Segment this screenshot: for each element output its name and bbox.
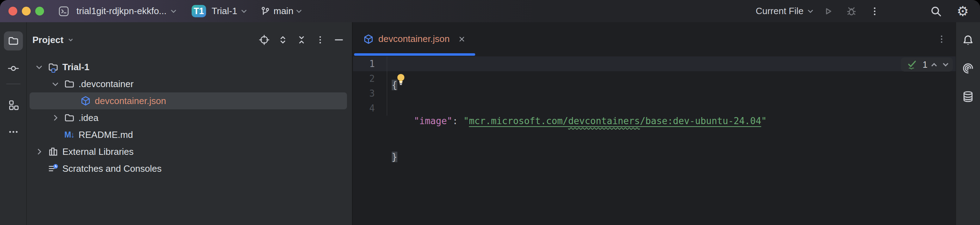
more-toolwindows-button[interactable]: [4, 122, 23, 141]
tab-label: devcontainer.json: [378, 34, 450, 45]
tree-row-readme[interactable]: M↓ README.md: [27, 126, 352, 143]
line-number: 3: [353, 86, 375, 101]
run-configuration-selector[interactable]: Current File: [756, 6, 811, 17]
search-everywhere-button[interactable]: [928, 3, 944, 19]
structure-toolwindow-button[interactable]: [4, 96, 23, 115]
tree-row-idea-folder[interactable]: .idea: [27, 109, 352, 126]
tree-item-label: .idea: [78, 113, 98, 123]
editor-surface[interactable]: 1 2 3 4 { "image": "mcr.microsoft.com/de…: [353, 56, 956, 225]
search-icon: [930, 5, 942, 17]
stripe-divider: [6, 84, 21, 84]
kebab-menu-icon: [937, 34, 947, 44]
commit-icon: [8, 63, 19, 74]
tree-row-external-libraries[interactable]: External Libraries: [27, 143, 352, 160]
workspace-name: Trial-1: [212, 6, 237, 17]
branch-name: main: [274, 6, 293, 17]
intention-lightbulb-icon[interactable]: [395, 73, 407, 86]
run-button[interactable]: [820, 3, 836, 19]
code-line-2: "image": "mcr.microsoft.com/devcontainer…: [388, 113, 956, 128]
ai-assistant-button[interactable]: [959, 59, 978, 78]
run-configuration-label: Current File: [756, 6, 803, 17]
ide-window: trial1git-rdjkpn-ekkfo... T1 Trial-1 mai…: [0, 0, 980, 225]
project-toolwindow-button[interactable]: [4, 31, 23, 50]
tree-item-label: Scratches and Consoles: [62, 163, 162, 174]
code-area: { "image": "mcr.microsoft.com/devcontain…: [388, 56, 956, 222]
database-icon: [962, 91, 974, 103]
url-typo-segment: devcontainers: [568, 116, 640, 126]
tree-row-devcontainer-folder[interactable]: .devcontainer: [27, 75, 352, 93]
folder-icon: [8, 35, 19, 46]
problem-count: 1: [923, 60, 928, 70]
chevron-down-icon[interactable]: [52, 80, 59, 86]
tab-devcontainer-json[interactable]: devcontainer.json: [354, 22, 475, 56]
code-line-3: }: [388, 150, 956, 164]
folder-icon: [64, 79, 75, 89]
gear-icon: ⚙: [957, 5, 969, 18]
vcs-branch-widget[interactable]: main: [260, 6, 300, 17]
project-switcher[interactable]: trial1git-rdjkpn-ekkfo...: [76, 6, 175, 17]
chevron-down-icon[interactable]: [68, 37, 73, 41]
line-number: 4: [353, 101, 375, 116]
tree-item-label: .devcontainer: [78, 79, 134, 89]
settings-button[interactable]: ⚙: [955, 3, 971, 19]
git-branch-icon: [260, 6, 270, 17]
json-key: "image": [414, 116, 453, 126]
workspace-badge[interactable]: T1: [192, 5, 206, 17]
library-icon: [48, 146, 59, 157]
editor-tabbar: devcontainer.json: [353, 22, 956, 56]
more-actions-button[interactable]: [867, 3, 883, 19]
active-tab-indicator: [354, 53, 475, 56]
expand-all-icon: [278, 35, 288, 45]
colon: :: [452, 116, 463, 126]
folder-icon: [64, 113, 75, 123]
collapse-all-button[interactable]: [296, 34, 307, 46]
code-line-4: [388, 185, 956, 200]
line-number: 1: [353, 56, 375, 71]
chevron-right-icon[interactable]: [52, 115, 58, 121]
hide-panel-button[interactable]: [333, 34, 345, 46]
workspace-selector[interactable]: Trial-1: [212, 6, 245, 17]
project-panel: Project: [27, 22, 353, 225]
tab-list-options-button[interactable]: [937, 34, 947, 44]
image-url-link[interactable]: mcr.microsoft.com/devcontainers/base:dev…: [469, 116, 761, 126]
tree-item-label: devcontainer.json: [95, 96, 166, 107]
expand-all-button[interactable]: [277, 34, 289, 46]
cube-icon: [80, 96, 91, 106]
chevron-down-icon: [808, 8, 813, 13]
bug-icon: [846, 6, 857, 17]
panel-title: Project: [32, 35, 64, 45]
close-window-button[interactable]: [8, 7, 17, 16]
macos-traffic-lights: [8, 7, 44, 16]
right-toolwindow-stripe: [956, 22, 980, 225]
tree-row-trial-1[interactable]: Trial-1: [27, 59, 352, 75]
notifications-button[interactable]: [959, 31, 978, 50]
chevron-down-icon[interactable]: [36, 63, 42, 69]
minimize-window-button[interactable]: [22, 7, 31, 16]
titlebar: trial1git-rdjkpn-ekkfo... T1 Trial-1 mai…: [0, 0, 980, 22]
prev-problem-chevron-icon[interactable]: [931, 63, 937, 69]
ai-swirl-icon: [962, 62, 974, 74]
tree-row-scratches[interactable]: Scratches and Consoles: [27, 160, 352, 177]
minimize-icon: [334, 35, 344, 45]
chevron-right-icon[interactable]: [36, 149, 41, 155]
inspections-widget[interactable]: 1: [901, 57, 953, 72]
cube-icon: [363, 34, 374, 45]
zoom-window-button[interactable]: [35, 7, 44, 16]
debug-button[interactable]: [843, 3, 859, 19]
tree-row-devcontainer-json[interactable]: devcontainer.json: [30, 93, 347, 109]
database-button[interactable]: [959, 87, 978, 106]
kebab-menu-icon: [315, 35, 325, 45]
url-head: mcr.microsoft.com/: [469, 116, 568, 126]
url-tail: /base:dev-ubuntu-24.04: [640, 116, 761, 126]
commit-toolwindow-button[interactable]: [4, 59, 23, 78]
chevron-down-icon: [296, 8, 302, 13]
panel-options-button[interactable]: [314, 34, 326, 46]
close-quote: ": [761, 116, 767, 126]
project-folder-icon: [48, 62, 59, 72]
next-problem-chevron-icon[interactable]: [943, 61, 949, 66]
bell-icon: [962, 34, 974, 46]
tree-item-label: README.md: [78, 129, 133, 140]
select-opened-file-button[interactable]: [258, 34, 270, 46]
close-icon[interactable]: [458, 35, 466, 43]
editor-pane: devcontainer.json 1 2 3: [353, 22, 956, 225]
